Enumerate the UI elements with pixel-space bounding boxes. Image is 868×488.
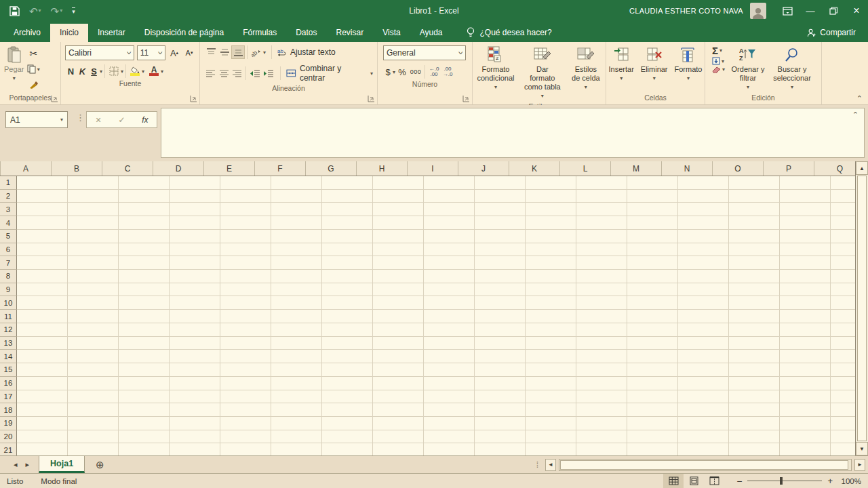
column-header-A[interactable]: A (1, 161, 52, 176)
row-header-4[interactable]: 4 (0, 216, 17, 230)
tab-ayuda[interactable]: Ayuda (410, 24, 452, 42)
cell-C10[interactable] (119, 296, 170, 310)
cell-Q1[interactable] (831, 176, 855, 190)
cell-K13[interactable] (526, 337, 576, 350)
cell-B5[interactable] (68, 230, 119, 243)
cell-N8[interactable] (678, 270, 729, 283)
format-as-table-button[interactable]: Dar formato como tabla ▾ (520, 45, 565, 102)
decrease-indent-icon[interactable] (248, 66, 261, 80)
cell-C6[interactable] (119, 243, 170, 257)
cell-F19[interactable] (271, 417, 322, 430)
column-header-I[interactable]: I (408, 161, 458, 176)
cell-M16[interactable] (627, 377, 678, 390)
cell-M21[interactable] (627, 443, 678, 455)
cell-G19[interactable] (322, 417, 373, 430)
cell-F16[interactable] (271, 377, 322, 390)
cell-O19[interactable] (729, 417, 780, 430)
cell-P16[interactable] (780, 377, 831, 390)
column-header-H[interactable]: H (357, 161, 408, 176)
cell-A5[interactable] (17, 230, 68, 243)
cell-G9[interactable] (322, 283, 373, 297)
cell-H3[interactable] (373, 203, 424, 216)
cell-G17[interactable] (322, 390, 373, 404)
cell-E6[interactable] (220, 243, 271, 257)
cell-N6[interactable] (678, 243, 729, 257)
cell-P9[interactable] (780, 283, 831, 297)
cell-P5[interactable] (780, 230, 831, 243)
view-page-break-icon[interactable] (704, 474, 724, 488)
cell-F6[interactable] (271, 243, 322, 257)
cell-B7[interactable] (68, 256, 119, 270)
cell-J18[interactable] (475, 403, 526, 417)
formula-input[interactable] (161, 108, 865, 158)
format-painter-icon[interactable] (26, 78, 40, 92)
cell-C15[interactable] (119, 363, 170, 377)
cell-F4[interactable] (271, 216, 322, 230)
cell-Q10[interactable] (831, 296, 855, 310)
cell-F20[interactable] (271, 430, 322, 444)
cell-L4[interactable] (576, 216, 627, 230)
cell-L8[interactable] (576, 270, 627, 283)
cell-D15[interactable] (170, 363, 220, 377)
cell-H6[interactable] (373, 243, 424, 257)
cell-L10[interactable] (576, 296, 627, 310)
cell-O4[interactable] (729, 216, 780, 230)
cell-K11[interactable] (526, 310, 576, 323)
cell-K17[interactable] (526, 390, 576, 404)
cell-N7[interactable] (678, 256, 729, 270)
cell-O6[interactable] (729, 243, 780, 257)
vertical-scrollbar[interactable]: ▲ ▼ (855, 161, 868, 455)
alignment-dialog-launcher-icon[interactable] (368, 95, 375, 102)
cell-D2[interactable] (170, 190, 220, 203)
sheet-tab-hoja1[interactable]: Hoja1 (39, 456, 85, 473)
cell-I2[interactable] (424, 190, 475, 203)
cell-O11[interactable] (729, 310, 780, 323)
cell-J6[interactable] (475, 243, 526, 257)
cell-C21[interactable] (119, 443, 170, 455)
scroll-down-icon[interactable]: ▼ (856, 442, 868, 455)
font-dialog-launcher-icon[interactable] (190, 95, 197, 102)
cell-L17[interactable] (576, 390, 627, 404)
cell-I11[interactable] (424, 310, 475, 323)
cell-Q4[interactable] (831, 216, 855, 230)
cell-O8[interactable] (729, 270, 780, 283)
cell-P14[interactable] (780, 350, 831, 363)
cell-F14[interactable] (271, 350, 322, 363)
align-middle-icon[interactable] (218, 45, 231, 59)
cell-O21[interactable] (729, 443, 780, 455)
cell-P2[interactable] (780, 190, 831, 203)
restore-button[interactable] (822, 0, 845, 22)
cell-C8[interactable] (119, 270, 170, 283)
cell-Q20[interactable] (831, 430, 855, 444)
cell-N17[interactable] (678, 390, 729, 404)
row-header-6[interactable]: 6 (0, 243, 17, 257)
cell-P20[interactable] (780, 430, 831, 444)
column-header-G[interactable]: G (306, 161, 357, 176)
cell-A19[interactable] (17, 417, 68, 430)
cell-Q2[interactable] (831, 190, 855, 203)
cell-L11[interactable] (576, 310, 627, 323)
fill-color-caret[interactable]: ▾ (142, 68, 144, 75)
cell-A17[interactable] (17, 390, 68, 404)
cell-B8[interactable] (68, 270, 119, 283)
row-header-10[interactable]: 10 (0, 296, 17, 310)
cell-A6[interactable] (17, 243, 68, 257)
column-header-M[interactable]: M (611, 161, 662, 176)
cell-H16[interactable] (373, 377, 424, 390)
cell-D3[interactable] (170, 203, 220, 216)
cell-K14[interactable] (526, 350, 576, 363)
cell-B1[interactable] (68, 176, 119, 190)
cell-E8[interactable] (220, 270, 271, 283)
cell-K5[interactable] (526, 230, 576, 243)
currency-icon[interactable]: $ (383, 65, 393, 79)
cell-L1[interactable] (576, 176, 627, 190)
close-button[interactable]: × (845, 0, 868, 22)
cell-J3[interactable] (475, 203, 526, 216)
cell-J14[interactable] (475, 350, 526, 363)
cell-K4[interactable] (526, 216, 576, 230)
cell-H14[interactable] (373, 350, 424, 363)
scroll-right-icon[interactable]: ► (854, 459, 865, 471)
customize-quick-access-icon[interactable]: ▾ (72, 7, 75, 15)
cell-L6[interactable] (576, 243, 627, 257)
cell-A18[interactable] (17, 403, 68, 417)
